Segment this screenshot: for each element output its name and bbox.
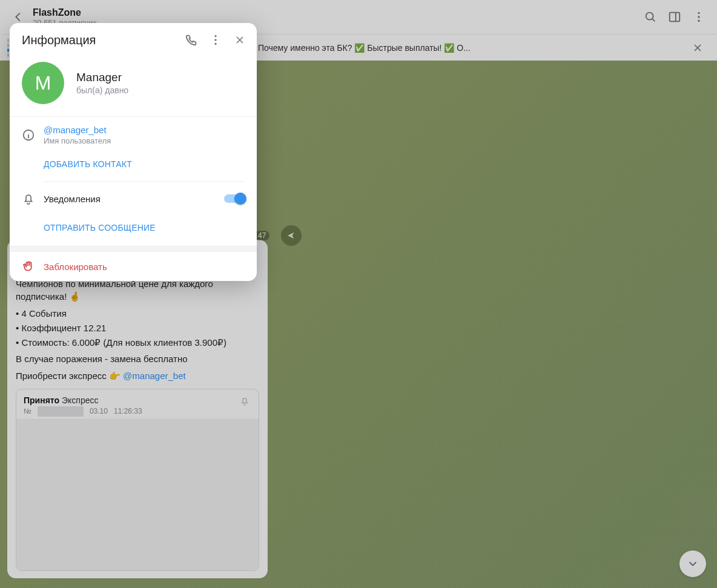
notifications-toggle[interactable]	[224, 194, 245, 203]
info-section: @manager_bet Имя пользователя ДОБАВИТЬ К…	[10, 116, 257, 246]
username-row[interactable]: @manager_bet Имя пользователя	[10, 121, 257, 150]
hand-icon	[22, 260, 44, 273]
add-contact-row[interactable]: ДОБАВИТЬ КОНТАКТ	[10, 150, 257, 179]
profile-info-modal: Информация M Manager был(а) давно @manag…	[10, 23, 257, 281]
section-divider	[10, 246, 257, 252]
profile-name: Manager	[76, 71, 128, 84]
modal-title: Информация	[22, 33, 179, 47]
svg-point-7	[214, 43, 216, 45]
profile-block: M Manager был(а) давно	[10, 57, 257, 116]
notifications-row[interactable]: Уведомления	[10, 184, 257, 213]
modal-header: Информация	[10, 23, 257, 57]
username-link[interactable]: @manager_bet	[44, 125, 245, 135]
avatar[interactable]: M	[22, 62, 64, 104]
info-icon	[22, 128, 44, 142]
call-button[interactable]	[179, 28, 203, 52]
phone-icon	[185, 33, 198, 47]
close-icon	[234, 34, 246, 46]
send-message-row[interactable]: ОТПРАВИТЬ СООБЩЕНИЕ	[10, 213, 257, 242]
svg-point-5	[214, 35, 216, 37]
bell-icon	[22, 192, 44, 205]
username-label: Имя пользователя	[44, 136, 245, 145]
kebab-icon	[209, 33, 222, 47]
svg-point-6	[214, 39, 216, 41]
modal-close-button[interactable]	[228, 28, 252, 52]
block-user-row[interactable]: Заблокировать	[10, 252, 257, 281]
profile-status: был(а) давно	[76, 85, 128, 95]
modal-more-button[interactable]	[203, 28, 228, 52]
